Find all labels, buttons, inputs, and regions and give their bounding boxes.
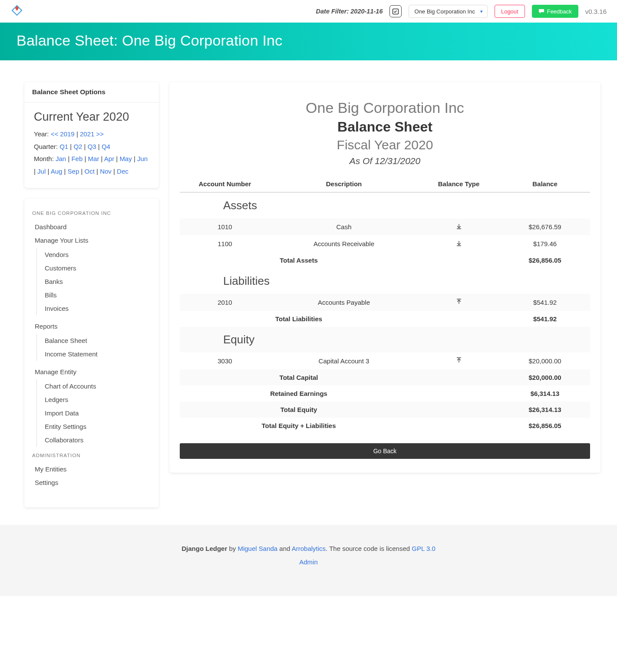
version-label: v0.3.16 (585, 8, 607, 15)
nav-bills[interactable]: Bills (43, 288, 151, 302)
calendar-check-icon (392, 8, 399, 15)
nav-banks[interactable]: Banks (43, 275, 151, 288)
quarter-label: Quarter: (34, 143, 59, 150)
month-jan[interactable]: Jan (56, 155, 66, 162)
month-mar[interactable]: Mar (88, 155, 99, 162)
nav-manage-entity[interactable]: Manage Entity (32, 365, 151, 379)
balance-sheet-table: Account Number Description Balance Type … (180, 176, 590, 434)
cell-acct: 2010 (180, 294, 270, 311)
nav-vendors[interactable]: Vendors (43, 248, 151, 261)
options-header: Balance Sheet Options (24, 82, 159, 102)
footer-author-link[interactable]: Miguel Sanda (238, 545, 277, 552)
footer-admin-link[interactable]: Admin (299, 558, 318, 566)
nav-income-statement[interactable]: Income Statement (43, 347, 151, 361)
nav-coa[interactable]: Chart of Accounts (43, 379, 151, 393)
cell-balance: $20,000.00 (500, 352, 590, 369)
entity-select-value: One Big Corporation Inc (414, 8, 475, 15)
col-description: Description (270, 176, 418, 192)
nav-manage-lists[interactable]: Manage Your Lists (32, 234, 151, 247)
credit-icon (418, 352, 500, 369)
current-year-title: Current Year 2020 (34, 110, 149, 124)
footer-company-link[interactable]: Arrobalytics (292, 545, 326, 552)
chevron-down-icon: ▾ (480, 9, 483, 14)
nav-my-entities[interactable]: My Entities (32, 462, 151, 476)
logo-icon (10, 5, 23, 18)
go-back-button[interactable]: Go Back (180, 443, 590, 459)
total-liabilities-row: Total Liabilities $541.92 (180, 311, 590, 327)
nav-reports[interactable]: Reports (32, 320, 151, 333)
report-title: Balance Sheet (180, 119, 590, 135)
comment-icon (538, 8, 544, 14)
month-apr[interactable]: Apr (104, 155, 114, 162)
nav-invoices[interactable]: Invoices (43, 302, 151, 315)
entity-select[interactable]: One Big Corporation Inc ▾ (409, 5, 487, 18)
report-card: One Big Corporation Inc Balance Sheet Fi… (169, 82, 601, 473)
entity-menu-label: ONE BIG CORPORATION INC (32, 211, 151, 216)
nav-settings[interactable]: Settings (32, 476, 151, 489)
month-dec[interactable]: Dec (117, 168, 129, 175)
page-hero: Balance Sheet: One Big Corporation Inc (0, 23, 617, 60)
feedback-button[interactable]: Feedback (532, 5, 578, 18)
nav-balance-sheet[interactable]: Balance Sheet (43, 334, 151, 347)
month-may[interactable]: May (119, 155, 132, 162)
cell-desc: Cash (270, 218, 418, 235)
col-balance: Balance (500, 176, 590, 192)
total-assets-row: Total Assets $26,856.05 (180, 252, 590, 268)
footer: Django Ledger by Miguel Sanda and Arroba… (0, 525, 617, 596)
month-sep[interactable]: Sep (68, 168, 79, 175)
month-label: Month: (34, 155, 56, 162)
cell-desc: Capital Account 3 (270, 352, 418, 369)
total-equity-row: Total Equity $26,314.13 (180, 402, 590, 418)
credit-icon (418, 294, 500, 311)
quarter-row: Quarter: Q1 | Q2 | Q3 | Q4 (34, 141, 149, 153)
q3-link[interactable]: Q3 (88, 143, 96, 150)
retained-earnings-row: Retained Earnings $6,314.13 (180, 385, 590, 402)
q4-link[interactable]: Q4 (102, 143, 110, 150)
cell-balance: $26,676.59 (500, 218, 590, 235)
month-aug[interactable]: Aug (51, 168, 63, 175)
debit-icon (418, 218, 500, 235)
cell-balance: $179.46 (500, 235, 590, 252)
cell-desc: Accounts Payable (270, 294, 418, 311)
nav-dashboard[interactable]: Dashboard (32, 220, 151, 234)
nav-collaborators[interactable]: Collaborators (43, 433, 151, 447)
month-jun[interactable]: Jun (137, 155, 148, 162)
nav-customers[interactable]: Customers (43, 261, 151, 275)
year-label: Year: (34, 130, 51, 138)
month-jul[interactable]: Jul (37, 168, 46, 175)
logout-button[interactable]: Logout (495, 5, 525, 18)
nav-import[interactable]: Import Data (43, 406, 151, 420)
cell-desc: Accounts Receivable (270, 235, 418, 252)
col-account-number: Account Number (180, 176, 270, 192)
q1-link[interactable]: Q1 (59, 143, 68, 150)
next-year-link[interactable]: 2021 >> (80, 130, 104, 138)
navbar: Date Filter: 2020-11-16 One Big Corporat… (0, 0, 617, 23)
col-balance-type: Balance Type (418, 176, 500, 192)
footer-license-link[interactable]: GPL 3.0 (412, 545, 435, 552)
table-row: 1100 Accounts Receivable $179.46 (180, 235, 590, 252)
month-row: Month: Jan | Feb | Mar | Apr | May | Jun… (34, 153, 149, 178)
table-row: 1010 Cash $26,676.59 (180, 218, 590, 235)
section-equity: Equity (180, 327, 590, 352)
brand[interactable] (10, 5, 23, 18)
section-assets: Assets (180, 192, 590, 218)
cell-acct: 1100 (180, 235, 270, 252)
cell-acct: 3030 (180, 352, 270, 369)
feedback-label: Feedback (547, 8, 572, 15)
options-card: Balance Sheet Options Current Year 2020 … (24, 82, 159, 188)
q2-link[interactable]: Q2 (73, 143, 82, 150)
date-picker-button[interactable] (389, 5, 402, 17)
nav-entity-settings[interactable]: Entity Settings (43, 420, 151, 433)
month-oct[interactable]: Oct (85, 168, 95, 175)
month-feb[interactable]: Feb (71, 155, 82, 162)
admin-menu-label: ADMINISTRATION (32, 453, 151, 458)
prev-year-link[interactable]: << 2019 (51, 130, 75, 138)
footer-project: Django Ledger (181, 545, 227, 552)
page-title: Balance Sheet: One Big Corporation Inc (16, 32, 601, 49)
nav-ledgers[interactable]: Ledgers (43, 393, 151, 406)
month-nov[interactable]: Nov (100, 168, 112, 175)
cell-acct: 1010 (180, 218, 270, 235)
year-row: Year: << 2019 | 2021 >> (34, 128, 149, 141)
debit-icon (418, 235, 500, 252)
table-row: 3030 Capital Account 3 $20,000.00 (180, 352, 590, 369)
